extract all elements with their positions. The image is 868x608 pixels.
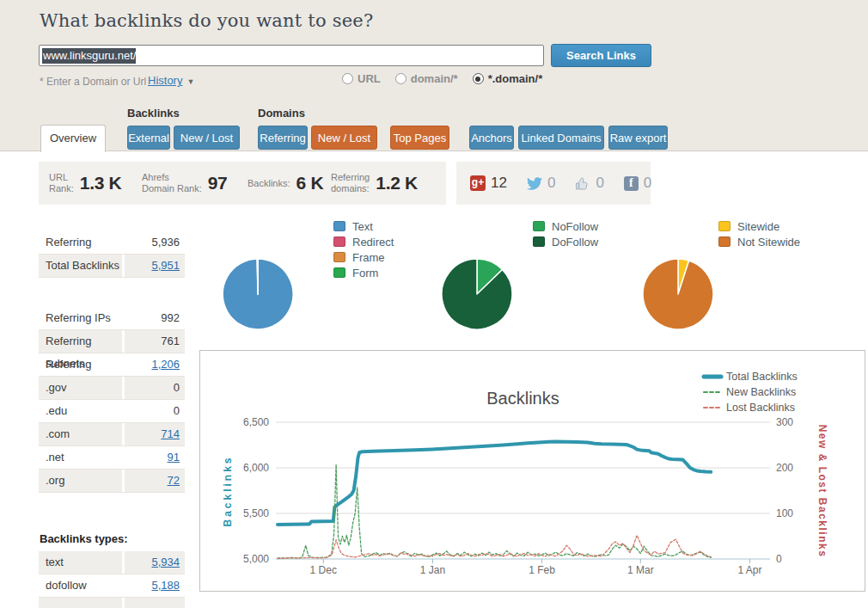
row-value: 1,206: [125, 353, 185, 376]
backlinks-line-chart: 5,0005,5006,0006,50001002003001 Dec1 Jan…: [200, 351, 865, 591]
svg-text:6,500: 6,500: [243, 416, 269, 428]
table-value-link[interactable]: 5,934: [151, 556, 180, 568]
table-row: .gov0: [39, 377, 185, 400]
metric-label: Referringdomains:: [331, 172, 370, 194]
radio-url[interactable]: URL: [342, 72, 381, 85]
summary-table-section: Referring IPs992Referring subnets761Refe…: [39, 307, 185, 493]
row-value: 72: [125, 470, 185, 492]
row-label: Referring pages: [39, 231, 122, 254]
row-label: dofollow: [39, 574, 122, 597]
table-row: dofollow5,188: [39, 574, 185, 598]
chart-legend-label[interactable]: Lost Backlinks: [726, 402, 795, 414]
legend-swatch-icon: [333, 267, 345, 278]
metric-value: 97: [208, 173, 228, 193]
tab-referring[interactable]: Referring: [258, 126, 308, 150]
row-label: text: [39, 551, 122, 574]
chart-legend-label[interactable]: New Backlinks: [726, 386, 796, 398]
tab-overview[interactable]: Overview: [40, 125, 106, 152]
metric-0: URLRank:1.3 K: [49, 162, 121, 205]
legend-swatch-icon: [333, 236, 345, 247]
summary-table-section: Referring pages5,936Total Backlinks5,951: [39, 231, 185, 278]
table-value-link[interactable]: 91: [168, 451, 180, 464]
table-value-link[interactable]: 5,951: [151, 259, 180, 272]
tab-external[interactable]: External: [127, 126, 170, 150]
legend-label: Not Sitewide: [737, 236, 800, 249]
row-label: .net: [39, 446, 122, 469]
row-value: 5,951: [125, 255, 185, 277]
legend-item: NoFollow: [533, 219, 598, 233]
search-links-button[interactable]: Search Links: [551, 44, 651, 67]
social-count: 0: [644, 175, 651, 192]
table-row: .org72: [39, 470, 185, 493]
radio-domain[interactable]: domain/*: [395, 72, 458, 85]
svg-text:5,000: 5,000: [243, 553, 269, 565]
page-title: What backlinks do you want to see?: [40, 10, 373, 31]
tab-anchors[interactable]: Anchors: [469, 126, 514, 150]
svg-text:1 Apr: 1 Apr: [737, 564, 761, 576]
table-value-link[interactable]: 714: [161, 427, 180, 440]
legend-swatch-icon: [333, 221, 345, 231]
right-axis-title: New & Lost Backlinks: [816, 425, 828, 558]
row-label: Referring subnets: [39, 330, 122, 353]
legend-label: Frame: [352, 251, 385, 264]
scope-radios: URLdomain/**.domain/*: [342, 72, 542, 85]
tab-top-pages[interactable]: Top Pages: [390, 126, 449, 150]
summary-table-section: text5,934dofollow5,188: [39, 551, 185, 598]
row-value: 5,934: [125, 551, 185, 574]
metric-1: AhrefsDomain Rank:97: [142, 162, 227, 205]
backlinks-history-chart-panel: 5,0005,5006,0006,50001002003001 Dec1 Jan…: [199, 350, 865, 592]
tab-linked-domains[interactable]: Linked Domains: [518, 126, 604, 150]
backlink-types-legend: TextRedirectFrameForm: [333, 219, 394, 281]
row-label: .gov: [39, 377, 122, 399]
legend-label: Redirect: [352, 236, 394, 249]
legend-swatch-icon: [333, 252, 345, 262]
svg-text:1 Jan: 1 Jan: [420, 564, 445, 576]
chart-legend-label[interactable]: Total Backlinks: [726, 371, 798, 383]
ahrefs-site-explorer-page: What backlinks do you want to see? www.l…: [0, 0, 868, 608]
left-axis-title: Backlinks: [222, 455, 234, 526]
facebook-icon: f: [624, 176, 639, 191]
rank-stats-bar: URLRank:1.3 KAhrefsDomain Rank:97Backlin…: [39, 162, 446, 205]
radio-circle-icon: [395, 73, 406, 84]
legend-item: Sitewide: [718, 219, 800, 233]
row-label: .org: [39, 470, 122, 492]
metric-value: 6 K: [296, 173, 324, 193]
legend-label: Sitewide: [737, 220, 779, 233]
row-value: 0: [125, 377, 185, 399]
legend-label: Form: [352, 267, 378, 279]
metric-2: Backlinks:6 K: [248, 162, 323, 205]
table-row: Referring domains1,206: [39, 353, 185, 377]
row-value: 992: [125, 307, 185, 329]
tab-domains-new-lost[interactable]: New / Lost: [311, 126, 377, 150]
domain-input[interactable]: www.linksguru.net/: [39, 45, 544, 66]
table-value-link[interactable]: 1,206: [151, 358, 180, 371]
tab-backlinks-new-lost[interactable]: New / Lost: [174, 126, 240, 150]
social-stats-bar: g+1200f0: [456, 162, 651, 205]
table-value-link[interactable]: 5,188: [151, 579, 180, 592]
svg-text:5,500: 5,500: [243, 507, 269, 519]
social-count: 12: [491, 175, 507, 192]
legend-item: Form: [333, 266, 394, 279]
radio-domain[interactable]: *.domain/*: [473, 72, 543, 85]
row-label: Total Backlinks: [39, 255, 122, 277]
table-value-link[interactable]: 72: [168, 474, 180, 487]
backlinks-types-heading: Backlinks types:: [40, 532, 128, 545]
tab-raw-export[interactable]: Raw export: [608, 126, 668, 150]
radio-circle-icon: [342, 73, 353, 84]
table-row: Referring IPs992: [39, 307, 185, 330]
tab-group-backlinks: Backlinks: [127, 107, 180, 120]
chevron-down-icon: ▼: [186, 77, 194, 86]
social-twitter: 0: [527, 175, 555, 192]
twitter-icon: [527, 177, 542, 190]
svg-text:100: 100: [776, 507, 793, 519]
pie-chart-svg: [441, 258, 513, 330]
history-link[interactable]: History▼: [148, 74, 194, 87]
legend-swatch-icon: [533, 221, 545, 231]
metric-label: Backlinks:: [248, 178, 290, 189]
row-label: .edu: [39, 400, 122, 422]
sitewide-pie-chart: [642, 258, 714, 330]
table-row: .net91: [39, 446, 185, 470]
table-row: Referring subnets761: [39, 330, 185, 353]
row-value: 5,188: [125, 574, 185, 597]
legend-item: Redirect: [333, 235, 394, 249]
